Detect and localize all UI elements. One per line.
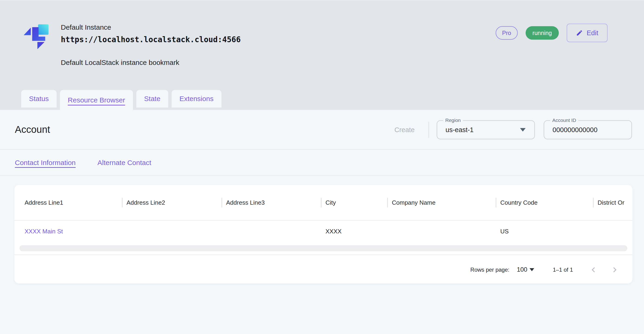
- column-header-company-name[interactable]: Company Name: [387, 185, 496, 220]
- cell-address-line1-link[interactable]: XXXX Main St: [24, 228, 63, 235]
- header-actions: Pro running Edit: [496, 24, 608, 42]
- cell-country-code: US: [496, 221, 593, 242]
- account-id-input[interactable]: [544, 126, 623, 134]
- instance-tabs: Status Resource Browser State Extensions: [21, 90, 222, 110]
- cell-address-line3: [222, 221, 321, 242]
- controls-divider: [428, 122, 429, 138]
- cell-address-line2: [122, 221, 222, 242]
- region-select[interactable]: Region us-east-1: [437, 120, 535, 139]
- localstack-instance-page: Default Instance https://localhost.local…: [0, 0, 644, 334]
- create-button[interactable]: Create: [394, 126, 415, 134]
- column-header-address-line3[interactable]: Address Line3: [222, 185, 321, 220]
- column-header-address-line2[interactable]: Address Line2: [122, 185, 222, 220]
- dropdown-caret-icon: [520, 128, 526, 132]
- instance-header-text: Default Instance https://localhost.local…: [61, 23, 241, 67]
- account-sub-tabs: Contact Information Alternate Contact: [0, 150, 644, 176]
- column-header-district[interactable]: District Or: [593, 185, 632, 220]
- pencil-icon: [576, 29, 583, 36]
- instance-description: Default LocalStack instance bookmark: [61, 58, 241, 67]
- tab-extensions-label: Extensions: [180, 95, 214, 103]
- page-title: Account: [15, 124, 50, 135]
- account-controls: Create Region us-east-1 Account ID: [394, 110, 632, 150]
- account-id-field: Account ID: [544, 120, 632, 139]
- resource-browser-panel: Account Create Region us-east-1 Account …: [0, 110, 644, 334]
- pagination-range: 1–1 of 1: [553, 267, 573, 273]
- rows-per-page-select[interactable]: 100: [517, 266, 534, 273]
- column-header-address-line1[interactable]: Address Line1: [14, 185, 122, 220]
- chevron-left-icon: [588, 265, 598, 275]
- column-header-city[interactable]: City: [321, 185, 387, 220]
- tab-state-label: State: [144, 95, 160, 103]
- horizontal-scrollbar[interactable]: [20, 245, 627, 251]
- pro-badge: Pro: [496, 26, 518, 40]
- next-page-button[interactable]: [609, 264, 620, 275]
- sub-tab-contact-information[interactable]: Contact Information: [15, 159, 76, 167]
- account-id-label: Account ID: [550, 118, 578, 123]
- rows-per-page-caret-icon: [530, 268, 534, 271]
- rows-per-page-label: Rows per page:: [470, 267, 509, 273]
- table-header-row: Address Line1 Address Line2 Address Line…: [14, 185, 632, 220]
- cell-city: XXXX: [321, 221, 387, 242]
- chevron-right-icon: [610, 265, 620, 275]
- instance-url: https://localhost.localstack.cloud:4566: [61, 34, 241, 45]
- instance-title: Default Instance: [61, 23, 241, 32]
- status-badge: running: [526, 26, 559, 40]
- cell-company-name: [387, 221, 496, 242]
- previous-page-button[interactable]: [588, 264, 599, 275]
- tab-resource-browser-label: Resource Browser: [68, 96, 125, 104]
- table-row[interactable]: XXXX Main St XXXX US: [14, 221, 632, 242]
- account-section-header: Account Create Region us-east-1 Account …: [0, 110, 644, 150]
- contact-information-table-card: Address Line1 Address Line2 Address Line…: [14, 185, 632, 284]
- tab-extensions[interactable]: Extensions: [172, 90, 222, 108]
- localstack-logo: [23, 24, 49, 50]
- region-select-value: us-east-1: [437, 126, 474, 134]
- sub-tab-alternate-contact[interactable]: Alternate Contact: [98, 159, 151, 167]
- column-header-country-code[interactable]: Country Code: [496, 185, 593, 220]
- tab-status-label: Status: [29, 95, 49, 103]
- tab-resource-browser[interactable]: Resource Browser: [60, 90, 133, 110]
- table-footer: Rows per page: 100 1–1 of 1: [14, 255, 632, 284]
- cell-district: [593, 221, 632, 242]
- edit-button[interactable]: Edit: [567, 24, 608, 42]
- region-select-label: Region: [443, 118, 463, 123]
- tab-state[interactable]: State: [136, 90, 168, 108]
- tab-status[interactable]: Status: [21, 90, 57, 108]
- edit-button-label: Edit: [587, 29, 598, 37]
- rows-per-page-value: 100: [517, 266, 527, 273]
